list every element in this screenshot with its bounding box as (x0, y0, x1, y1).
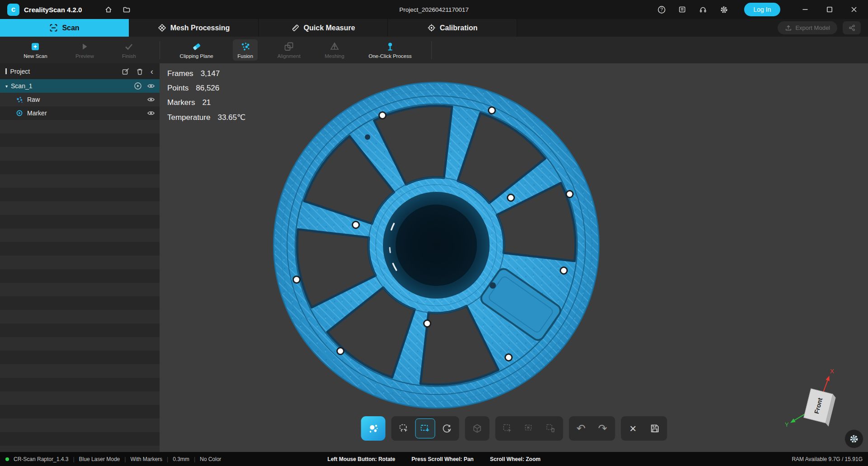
minimize-button[interactable] (798, 3, 812, 16)
point-display-button[interactable] (361, 416, 385, 441)
viewport-toolbar: ↶ ↷ × (361, 416, 667, 441)
visibility-eye-icon[interactable] (147, 109, 155, 117)
axis-x-label: X (830, 368, 834, 375)
ribbon-alignment[interactable]: Alignment (273, 39, 305, 61)
raw-points-icon (15, 95, 24, 104)
one-click-process-icon (385, 41, 396, 52)
select-region-icon (502, 423, 513, 434)
rename-icon[interactable] (122, 67, 130, 76)
ribbon-one-click-process[interactable]: One-Click Process (364, 39, 416, 61)
stat-value: 3,147 (201, 69, 220, 78)
tree-item-marker[interactable]: Marker (0, 106, 160, 120)
close-button[interactable] (847, 3, 861, 16)
visibility-eye-icon[interactable] (147, 95, 155, 104)
ribbon-meshing[interactable]: Meshing (320, 39, 349, 61)
device-name: CR-Scan Raptor_1.4.3 (14, 456, 68, 462)
circle-select-button[interactable] (437, 418, 457, 438)
tree-item-raw[interactable]: Raw (0, 93, 160, 106)
ribbon-separator (431, 41, 432, 59)
ruler-icon (291, 24, 300, 32)
ribbon-clipping-plane[interactable]: Clipping Plane (175, 39, 218, 61)
save-scan-button[interactable] (645, 418, 665, 438)
feedback-button[interactable] (675, 3, 689, 16)
cancel-icon: × (629, 423, 636, 434)
redo-button[interactable]: ↷ (593, 418, 613, 438)
ribbon-fusion[interactable]: Fusion (233, 39, 258, 61)
viewport-3d[interactable]: Frames3,147 Points86,526 Markers21 Tempe… (160, 63, 868, 452)
play-icon[interactable] (134, 82, 142, 90)
redo-icon: ↷ (598, 423, 607, 434)
tree-item-label: Marker (27, 109, 47, 117)
markers-mode: With Markers (130, 456, 162, 462)
maximize-button[interactable] (823, 3, 836, 16)
export-model-label: Export Model (795, 24, 830, 31)
tab-scan[interactable]: Scan (0, 19, 129, 37)
home-button[interactable] (102, 3, 115, 16)
gear-icon (720, 5, 728, 14)
export-model-button[interactable]: Export Model (778, 21, 837, 34)
delete-selection-button[interactable] (541, 418, 561, 438)
share-button[interactable] (843, 21, 861, 34)
tree-item-scan1[interactable]: ▾ Scan_1 (0, 79, 160, 93)
calibration-icon (427, 24, 436, 32)
hint-pan: Press Scroll Wheel: Pan (411, 456, 473, 462)
title-bar: c CrealityScan 4.2.0 Project_20260421170… (0, 0, 868, 19)
ribbon-toolbar: New Scan Preview Finish Clipping Plane F… (0, 37, 868, 63)
scanned-spool-model[interactable] (264, 73, 608, 417)
support-button[interactable] (696, 3, 710, 16)
undo-icon: ↶ (576, 423, 585, 434)
project-sidebar: Project ‹ ▾ Scan_1 Raw (0, 63, 160, 452)
viewport-gear-icon (849, 434, 859, 444)
color-mode: No Color (200, 456, 221, 462)
mesh-icon (158, 24, 166, 32)
visibility-eye-icon[interactable] (147, 82, 155, 90)
ribbon-preview[interactable]: Preview (71, 39, 99, 61)
tab-quick-measure[interactable]: Quick Measure (259, 19, 388, 37)
open-project-button[interactable] (120, 3, 133, 16)
help-icon: ? (657, 5, 666, 14)
sidebar-empty-rows (0, 120, 160, 452)
rectangle-select-button[interactable] (415, 418, 435, 438)
login-button[interactable]: Log In (744, 3, 780, 16)
app-name: CrealityScan 4.2.0 (24, 6, 82, 14)
ribbon-finish[interactable]: Finish (118, 39, 141, 61)
stat-value: 86,526 (196, 84, 219, 93)
feedback-icon (678, 5, 686, 14)
collapse-sidebar-icon[interactable]: ‹ (150, 67, 154, 76)
expander-icon[interactable]: ▾ (5, 84, 8, 89)
minimize-icon (801, 5, 809, 14)
lasso-select-button[interactable] (393, 418, 413, 438)
tab-label: Scan (62, 24, 79, 32)
tree-item-label: Raw (27, 96, 40, 103)
stat-label: Frames (167, 69, 193, 78)
tab-mesh-processing[interactable]: Mesh Processing (129, 19, 259, 37)
close-icon (850, 5, 858, 14)
stat-label: Markers (167, 98, 195, 107)
project-title: Project_20260421170017 (399, 6, 469, 13)
new-scan-icon (30, 41, 41, 52)
cancel-scan-button[interactable]: × (623, 418, 643, 438)
orientation-gizmo[interactable]: X Y Front (783, 366, 855, 438)
fusion-icon (240, 41, 251, 52)
tab-label: Mesh Processing (170, 24, 230, 32)
ribbon-new-scan[interactable]: New Scan (19, 39, 52, 61)
resolution: 0.3mm (173, 456, 189, 462)
settings-button[interactable] (717, 3, 731, 16)
ram-available: RAM Available 9.7G / 15.91G (792, 456, 863, 462)
viewport-settings-button[interactable] (844, 429, 863, 448)
maximize-icon (826, 5, 834, 14)
undo-button[interactable]: ↶ (571, 418, 591, 438)
hint-rotate: Left Mouse Button: Rotate (327, 456, 395, 462)
share-icon (848, 24, 856, 32)
bounding-box-button[interactable] (467, 418, 487, 438)
stat-value: 33.65℃ (217, 113, 245, 122)
delete-selection-icon (545, 423, 556, 434)
deselect-button[interactable] (519, 418, 539, 438)
tree-item-label: Scan_1 (11, 82, 32, 90)
delete-project-icon[interactable] (136, 67, 144, 76)
tab-calibration[interactable]: Calibration (388, 19, 517, 37)
help-button[interactable]: ? (655, 3, 668, 16)
gizmo-cube[interactable]: Front (803, 389, 836, 427)
select-region-button[interactable] (497, 418, 517, 438)
home-icon (104, 5, 113, 14)
